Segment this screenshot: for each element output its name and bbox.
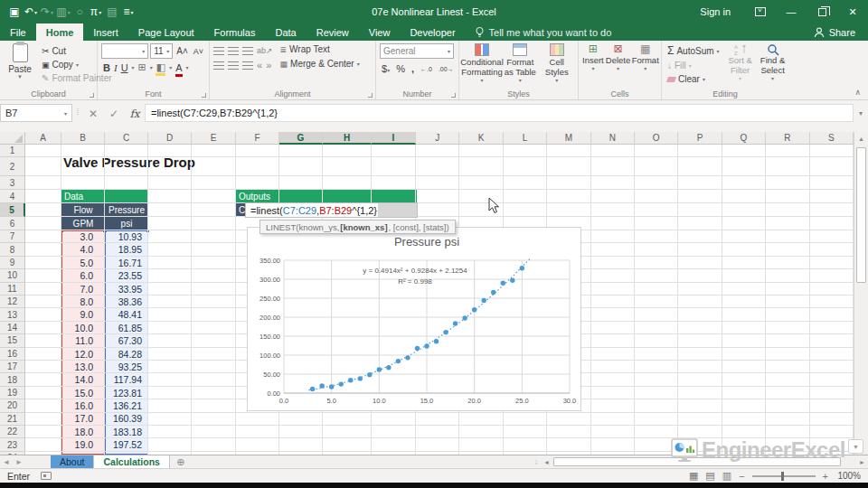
row-header-1[interactable]: 1 [0, 145, 25, 157]
zoom-slider[interactable] [752, 475, 816, 477]
comma-style-button[interactable]: , [411, 63, 414, 74]
font-color-button[interactable]: A [175, 62, 182, 73]
share-button[interactable]: Share [801, 23, 868, 41]
grow-font-button[interactable]: A˄ [175, 43, 190, 59]
pressure-cell[interactable]: 93.25 [105, 361, 148, 373]
select-all-corner[interactable] [0, 132, 25, 145]
find-select-button[interactable]: Find & Select▾ [758, 43, 788, 85]
accounting-format-button[interactable]: $▾ [382, 63, 390, 74]
font-name-combobox[interactable]: ▾ [101, 43, 148, 59]
horizontal-scroll-thumb[interactable] [553, 457, 841, 466]
menu-tab-home[interactable]: Home [36, 23, 84, 41]
sort-filter-button[interactable]: AZ Sort & Filter▾ [725, 43, 756, 85]
shrink-font-button[interactable]: A˅ [192, 43, 205, 59]
print-icon[interactable]: ▤ [105, 4, 119, 20]
row-header-22[interactable]: 22 [0, 426, 25, 438]
column-header-F[interactable]: F [236, 132, 279, 145]
pi-icon[interactable]: π▾ [89, 4, 103, 20]
row-header-3[interactable]: 3 [0, 176, 25, 190]
sign-in-button[interactable]: Sign in [685, 6, 745, 17]
column-header-C[interactable]: C [105, 132, 148, 145]
insert-function-button[interactable]: fx [125, 105, 145, 122]
cell-grid[interactable]: Valve Pressure Drop Data FlowPressure GP… [25, 145, 854, 455]
vertical-scrollbar[interactable]: ▲ [854, 132, 868, 455]
pressure-cell[interactable]: 67.30 [105, 334, 148, 347]
page-layout-view-icon[interactable]: ▤ [705, 470, 714, 482]
column-header-H[interactable]: H [323, 132, 372, 145]
percent-style-button[interactable]: % [396, 63, 405, 74]
tab-scroll-divider[interactable]: ⁞ [532, 455, 541, 468]
font-size-combobox[interactable]: 11▾ [150, 43, 173, 59]
clipboard-dialog-launcher[interactable] [90, 93, 94, 98]
row-header-10[interactable]: 10 [0, 269, 25, 282]
page-break-view-icon[interactable]: ▥ [722, 470, 731, 482]
column-header-J[interactable]: J [416, 132, 459, 145]
conditional-formatting-button[interactable]: Conditional Formatting▾ [463, 43, 501, 84]
pressure-cell[interactable]: 197.52 [105, 438, 148, 451]
formula-input[interactable]: =linest(C7:C29,B7:B29^{1,2} [145, 104, 854, 122]
alignment-dialog-launcher[interactable] [368, 93, 373, 98]
column-header-R[interactable]: R [766, 132, 809, 145]
pressure-cell[interactable]: 117.94 [105, 373, 148, 386]
pressure-cell[interactable]: 23.55 [105, 269, 148, 282]
pressure-cell[interactable]: 10.93 [105, 230, 148, 243]
fill-color-button[interactable]: ◧ [156, 61, 165, 73]
flow-cell[interactable]: 5.0 [61, 257, 105, 269]
flow-cell[interactable]: 14.0 [61, 373, 105, 386]
scroll-right-arrow[interactable]: ► [856, 459, 868, 465]
top-align-icon[interactable] [213, 47, 224, 55]
row-header-11[interactable]: 11 [0, 283, 25, 296]
bottom-align-icon[interactable] [242, 47, 253, 55]
close-button[interactable]: ✕ [837, 0, 868, 23]
zoom-out-button[interactable]: − [739, 471, 744, 482]
prev-sheet-arrow[interactable]: ◄ [0, 455, 13, 468]
column-header-L[interactable]: L [504, 132, 547, 145]
zoom-in-button[interactable]: + [823, 471, 828, 482]
pressure-cell[interactable]: 84.28 [105, 348, 148, 361]
flow-cell[interactable]: 10.0 [61, 322, 105, 334]
sheet-tab-about[interactable]: About [51, 455, 94, 468]
column-header-S[interactable]: S [810, 132, 854, 145]
flow-cell[interactable]: 7.0 [61, 283, 105, 296]
next-sheet-arrow[interactable]: ► [13, 455, 25, 468]
collapse-ribbon-button[interactable]: ∧ [854, 88, 861, 97]
column-header-E[interactable]: E [192, 132, 236, 145]
pressure-chart[interactable]: 0.0050.00100.00150.00200.00250.00300.003… [247, 227, 581, 411]
customize-qat-icon[interactable]: ≡▾ [121, 4, 136, 20]
decrease-indent-icon[interactable]: « [257, 60, 262, 70]
pressure-cell[interactable]: 16.71 [105, 257, 148, 269]
menu-tab-file[interactable]: File [0, 23, 36, 41]
sheet-tab-calculations[interactable]: Calculations [94, 455, 169, 468]
flow-cell[interactable]: 11.0 [61, 334, 105, 347]
row-header-16[interactable]: 16 [0, 348, 25, 361]
oval-shape-icon[interactable]: ○ [72, 4, 87, 20]
scroll-left-arrow[interactable]: ◄ [541, 459, 552, 465]
menu-tab-page-layout[interactable]: Page Layout [128, 23, 204, 41]
name-box[interactable]: B7▾ [0, 104, 72, 122]
restore-button[interactable] [807, 0, 837, 23]
format-as-table-button[interactable]: Format as Table▾ [503, 43, 538, 84]
pressure-cell[interactable]: 123.81 [105, 387, 148, 399]
menu-tab-insert[interactable]: Insert [83, 23, 128, 41]
redo-icon[interactable]: ↷▾ [40, 4, 54, 20]
pressure-cell[interactable]: 33.95 [105, 283, 148, 296]
column-header-N[interactable]: N [591, 132, 635, 145]
pressure-cell[interactable]: 38.36 [105, 296, 148, 308]
row-header-15[interactable]: 15 [0, 334, 25, 347]
clear-button[interactable]: Clear▾ [665, 73, 722, 85]
undo-icon[interactable]: ↶▾ [24, 4, 38, 20]
pressure-cell[interactable]: 48.41 [105, 308, 148, 321]
bold-button[interactable]: B [103, 62, 110, 73]
menu-tab-data[interactable]: Data [265, 23, 306, 41]
merge-center-button[interactable]: ▦Merge & Center▾ [278, 58, 362, 70]
column-header-G[interactable]: G [279, 132, 323, 145]
increase-indent-icon[interactable]: » [266, 60, 271, 70]
column-header-P[interactable]: P [678, 132, 722, 145]
tell-me-box[interactable]: Tell me what you want to do [466, 23, 621, 41]
number-dialog-launcher[interactable] [451, 93, 456, 98]
confirm-entry-button[interactable]: ✓ [104, 105, 124, 122]
pressure-cell[interactable]: 160.39 [105, 412, 148, 425]
column-header-M[interactable]: M [547, 132, 590, 145]
row-header-14[interactable]: 14 [0, 322, 25, 334]
delete-cells-button[interactable]: ⊠Delete▾ [606, 43, 630, 71]
